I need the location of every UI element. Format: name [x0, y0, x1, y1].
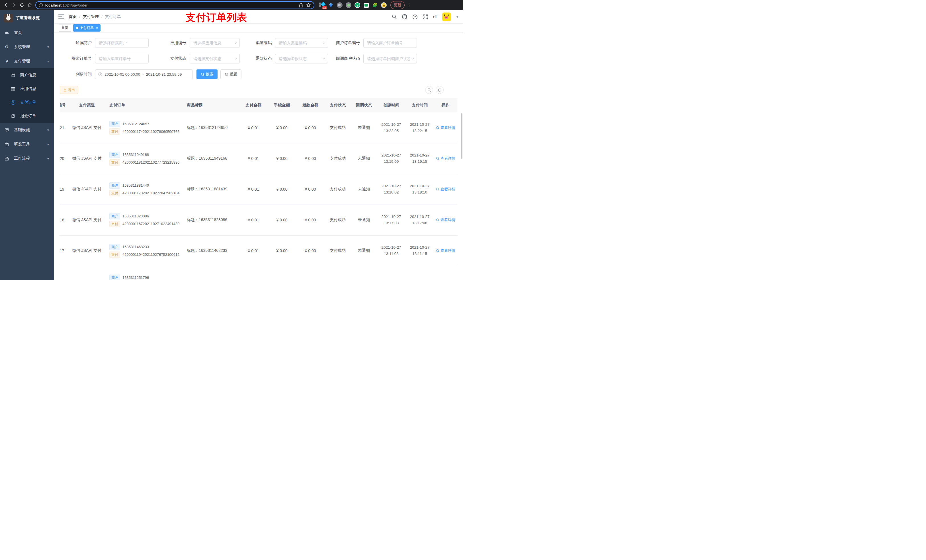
view-detail-link[interactable]: 查看详情	[436, 187, 455, 192]
reset-button[interactable]: 重置	[220, 69, 242, 79]
sidebar-item-pay-order[interactable]: ¥ 支付订单	[0, 96, 54, 109]
menu-dots-icon[interactable]: ⋮	[407, 3, 411, 8]
share-icon[interactable]	[299, 3, 303, 8]
app-logo[interactable]: 芋道管理系统	[0, 10, 54, 26]
refund-amount-cell: ¥ 0.00	[296, 205, 325, 235]
search-button[interactable]: 搜索	[197, 69, 218, 79]
close-icon[interactable]: ×	[96, 26, 98, 30]
page-header: 首页 / 支付管理 / 支付订单 支付订单列表 ? тT ▼	[54, 10, 463, 24]
pay-time-cell: 2021-10-2713:11:15	[406, 235, 434, 266]
sidebar-item-refund-order[interactable]: 退款订单	[0, 109, 54, 123]
col-notify-status: 回调状态	[351, 98, 377, 112]
star-icon[interactable]	[306, 3, 311, 8]
notify-status-select[interactable]	[363, 54, 417, 63]
browser-update-button[interactable]: 更新	[390, 1, 405, 9]
chat-extension-icon[interactable]	[363, 2, 369, 8]
sidebar-item-payment[interactable]: ¥ 支付管理 ▲	[0, 54, 54, 68]
order-table: 编号 支付渠道 支付订单 商品标题 支付金额 手续金额 退款金额 支付状态 回调…	[60, 98, 457, 280]
create-time-cell: 2021-10-2713:18:02	[377, 174, 406, 205]
merchant-order-no-input[interactable]	[363, 38, 417, 48]
pay-channel-cell: 微信 JSAPI 支付	[68, 112, 105, 143]
sidebar-item-infra[interactable]: 基础设施 ▼	[0, 123, 54, 137]
sketch-extension-icon[interactable]: 10	[319, 2, 325, 8]
caret-down-icon[interactable]: ▼	[456, 15, 459, 18]
menu-fold-icon[interactable]	[58, 15, 64, 19]
view-detail-link[interactable]: 查看详情	[436, 217, 455, 222]
refund-amount-cell	[296, 266, 325, 280]
sidebar-item-merchant-info[interactable]: 商户信息	[0, 68, 54, 82]
sidebar-item-dev-tools[interactable]: 研发工具 ▼	[0, 137, 54, 151]
pay-time-cell	[406, 266, 434, 280]
pay-tag: 支付	[109, 159, 120, 166]
view-detail-link[interactable]: 查看详情	[436, 248, 455, 253]
filter-label: 支付状态	[154, 56, 186, 61]
breadcrumb-home[interactable]: 首页	[69, 14, 77, 20]
table-row: 20 微信 JSAPI 支付 商户1635311949168 支付4200001…	[60, 143, 457, 174]
pay-tag: 支付	[109, 190, 120, 196]
fullscreen-icon[interactable]	[422, 14, 428, 20]
col-title: 商品标题	[183, 98, 239, 112]
actions-cell	[434, 266, 457, 280]
record-extension-icon[interactable]	[345, 2, 352, 8]
pay-order-cell: 商户1635311881440 支付4200001173202110272847…	[105, 174, 183, 205]
tag-pay-order[interactable]: 支付订单×	[73, 24, 100, 32]
app-id-select[interactable]	[190, 38, 240, 48]
home-icon[interactable]	[26, 2, 33, 9]
refresh-icon	[225, 72, 228, 76]
channel-code-select[interactable]	[275, 38, 328, 48]
range-end: 2021-10-31 23:59:59	[146, 72, 182, 77]
url-text[interactable]: localhost:1024/pay/order	[45, 3, 297, 8]
pay-order-cell: 商户1635311823086 支付4200001167202110271022…	[105, 205, 183, 235]
sidebar-item-label: 研发工具	[14, 142, 30, 147]
view-detail-link[interactable]: 查看详情	[436, 156, 455, 161]
product-title-cell: 标题：1635311468233	[183, 235, 239, 266]
kite-extension-icon[interactable]	[328, 2, 334, 8]
table-row: 17 微信 JSAPI 支付 商户1635311468233 支付4200001…	[60, 235, 457, 266]
sidebar-item-system[interactable]: ⚙ 系统管理 ▼	[0, 40, 54, 54]
tag-home[interactable]: 首页	[59, 24, 71, 32]
search-icon[interactable]	[392, 14, 397, 20]
pay-status-select[interactable]	[190, 54, 240, 63]
github-icon[interactable]	[402, 14, 407, 20]
page-scrollbar[interactable]	[461, 113, 462, 159]
col-channel: 支付渠道	[68, 98, 105, 112]
search-icon	[427, 88, 431, 92]
sidebar-item-workflow[interactable]: 工作流程 ▼	[0, 151, 54, 166]
reload-icon[interactable]	[18, 2, 26, 9]
url-bar[interactable]: localhost:1024/pay/order	[35, 1, 314, 9]
yen-icon: ¥	[5, 59, 9, 64]
sidebar-item-label: 支付管理	[14, 59, 30, 64]
yuque-extension-icon[interactable]: y	[354, 2, 360, 8]
breadcrumb-payment[interactable]: 支付管理	[83, 14, 99, 20]
col-fee: 手续金额	[268, 98, 296, 112]
channel-order-no-input[interactable]	[95, 54, 149, 63]
col-actions: 操作	[434, 98, 457, 112]
create-time-range-picker[interactable]: 2021-10-01 00:00:00 - 2021-10-31 23:59:5…	[95, 69, 193, 79]
refund-amount-cell: ¥ 0.00	[296, 143, 325, 174]
back-icon[interactable]	[2, 2, 10, 9]
emoji-extension-icon[interactable]	[381, 2, 387, 8]
pay-status-cell: 支付成功	[325, 174, 351, 205]
sidebar-item-app-info[interactable]: 应用信息	[0, 82, 54, 96]
order-id-cell	[60, 266, 68, 280]
font-size-icon[interactable]: тT	[433, 14, 437, 20]
pay-tag: 支付	[109, 128, 120, 134]
grid-icon	[11, 87, 15, 91]
hide-search-button[interactable]	[425, 86, 433, 94]
refund-status-select[interactable]	[275, 54, 328, 63]
sidebar-item-home[interactable]: 首页	[0, 26, 54, 40]
command-extension-icon[interactable]: ⌘	[337, 2, 343, 8]
forward-icon[interactable]	[10, 2, 18, 9]
product-title-cell: 标题：1635311881439	[183, 174, 239, 205]
help-icon[interactable]: ?	[412, 14, 418, 20]
view-detail-link[interactable]: 查看详情	[436, 125, 455, 130]
search-icon	[436, 218, 439, 222]
merchant-input[interactable]	[95, 38, 149, 48]
refresh-button[interactable]	[436, 86, 443, 94]
merchant-tag: 商户	[109, 213, 120, 219]
puzzle-extension-icon[interactable]: 🧩	[372, 2, 378, 8]
search-icon	[436, 249, 439, 252]
export-button[interactable]: 导出	[60, 86, 78, 94]
avatar[interactable]	[442, 12, 451, 21]
info-icon[interactable]	[39, 3, 43, 8]
